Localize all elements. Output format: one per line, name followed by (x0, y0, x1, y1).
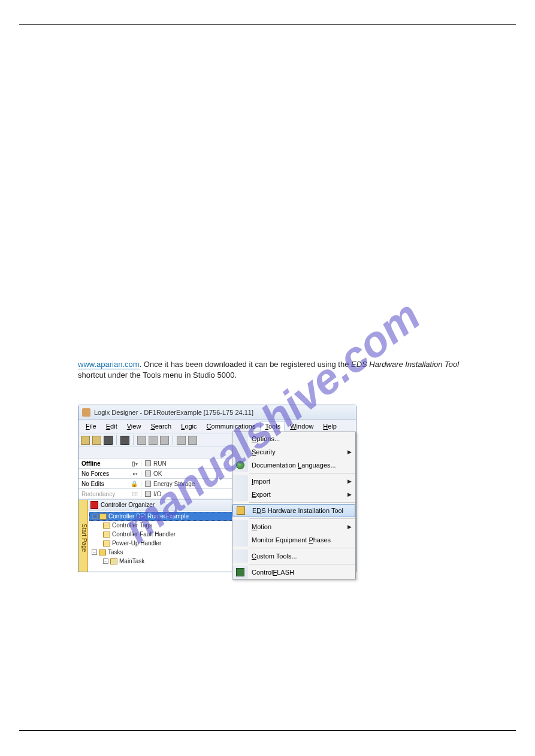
run-led-icon (145, 460, 151, 466)
menu-item-label: Import (252, 478, 347, 485)
save-icon[interactable] (104, 436, 113, 445)
menu-item-label: Motion (252, 523, 347, 530)
expand-icon[interactable]: − (103, 558, 108, 564)
cf-icon (236, 568, 244, 576)
top-rule (19, 24, 516, 25)
folder-icon (103, 541, 110, 546)
cut-icon[interactable] (137, 436, 146, 445)
mode-dropdown-icon[interactable]: ▯▾ (132, 460, 138, 467)
menu-separator (249, 502, 355, 503)
separator (173, 435, 173, 445)
menu-item-label: Documentation Languages... (252, 462, 352, 469)
tools-item-eds-hardware-installation-tool[interactable]: EDS Hardware Installation Tool (232, 504, 355, 517)
start-page-tab[interactable]: Start Page (78, 500, 88, 572)
menu-item-label: Export (252, 491, 347, 498)
window-title: Logix Designer - DF1RouterExample [1756-… (94, 409, 253, 416)
menu-logic[interactable]: Logic (176, 421, 201, 432)
bottom-rule (19, 730, 516, 731)
tools-item-controlflash[interactable]: ControlFLASH (232, 566, 355, 579)
menu-item-label: ControlFLASH (252, 569, 352, 576)
menu-search[interactable]: Search (146, 421, 176, 432)
io-label: I/O (153, 491, 161, 497)
menu-tools[interactable]: Tools (261, 421, 286, 432)
forces-dropdown-icon[interactable]: ▸▾ (133, 471, 138, 476)
menu-item-label: Options... (252, 435, 352, 442)
tools-item-import[interactable]: Import▶ (232, 475, 355, 488)
menu-file[interactable]: File (81, 421, 101, 432)
paste-icon[interactable] (160, 436, 169, 445)
submenu-arrow-icon: ▶ (347, 449, 352, 455)
new-icon[interactable] (81, 436, 90, 445)
lock-icon: 🔒 (131, 481, 138, 487)
folder-icon (99, 514, 107, 520)
copy-icon[interactable] (149, 436, 158, 445)
paragraph: www.aparian.com. Once it has been downlo… (78, 359, 461, 381)
energy-led-icon (145, 481, 151, 487)
box-icon (237, 506, 245, 515)
submenu-arrow-icon: ▶ (347, 491, 352, 497)
status-noforces: No Forces (81, 470, 109, 477)
menu-item-label: Security (252, 448, 347, 456)
collapse-icon[interactable]: − (92, 549, 97, 555)
menu-separator (249, 473, 355, 473)
app-icon (82, 408, 90, 417)
tools-item-monitor-equipment-phases[interactable]: Monitor Equipment Phases (232, 533, 355, 546)
status-noedits: No Edits (81, 481, 104, 487)
redo-icon[interactable] (188, 436, 197, 445)
status-redundancy: Redundancy (81, 491, 115, 497)
task-icon (110, 558, 117, 564)
menu-help[interactable]: Help (318, 421, 341, 432)
print-icon[interactable] (120, 436, 129, 445)
folder-icon (99, 549, 106, 555)
menu-window[interactable]: Window (285, 421, 318, 432)
menu-communications[interactable]: Communications (202, 421, 261, 432)
menu-item-label: Monitor Equipment Phases (252, 536, 352, 544)
tags-icon (103, 523, 110, 529)
menu-separator (249, 518, 355, 519)
menu-edit[interactable]: Edit (101, 421, 122, 432)
link-aparian[interactable]: www.aparian.com (78, 360, 140, 369)
submenu-arrow-icon: ▶ (347, 524, 352, 530)
globe-icon (236, 461, 244, 469)
undo-icon[interactable] (177, 436, 186, 445)
logix-designer-window: Logix Designer - DF1RouterExample [1756-… (78, 405, 356, 572)
folder-icon (103, 532, 110, 538)
io-led-icon (145, 491, 151, 497)
tools-item-custom-tools[interactable]: Custom Tools... (232, 549, 355, 563)
tools-item-security[interactable]: Security▶ (232, 445, 355, 459)
open-icon[interactable] (92, 436, 101, 445)
menu-separator (249, 548, 355, 548)
organizer-icon (90, 501, 98, 509)
submenu-arrow-icon: ▶ (347, 478, 352, 484)
energy-label: Energy Storage (153, 481, 195, 487)
menu-item-label: Custom Tools... (252, 552, 352, 560)
menu-separator (249, 564, 355, 564)
run-label: RUN (153, 460, 167, 467)
status-offline: Offline (81, 460, 101, 467)
organizer-title: Controller Organizer (101, 502, 155, 508)
menu-view[interactable]: View (122, 421, 146, 432)
redundancy-icon: ▯▯ (132, 491, 138, 497)
tools-dropdown: Options...Security▶Documentation Languag… (232, 432, 356, 579)
ok-led-icon (145, 470, 151, 476)
tools-item-options[interactable]: Options... (232, 432, 355, 445)
menu-item-label: EDS Hardware Installation Tool (252, 507, 351, 514)
separator (133, 435, 134, 445)
tools-item-export[interactable]: Export▶ (232, 488, 355, 501)
tools-item-motion[interactable]: Motion▶ (232, 520, 355, 533)
ok-label: OK (153, 470, 162, 477)
collapse-icon[interactable]: − (92, 514, 98, 519)
title-bar: Logix Designer - DF1RouterExample [1756-… (78, 405, 356, 420)
separator (116, 435, 117, 445)
tools-item-documentation-languages[interactable]: Documentation Languages... (232, 459, 355, 472)
